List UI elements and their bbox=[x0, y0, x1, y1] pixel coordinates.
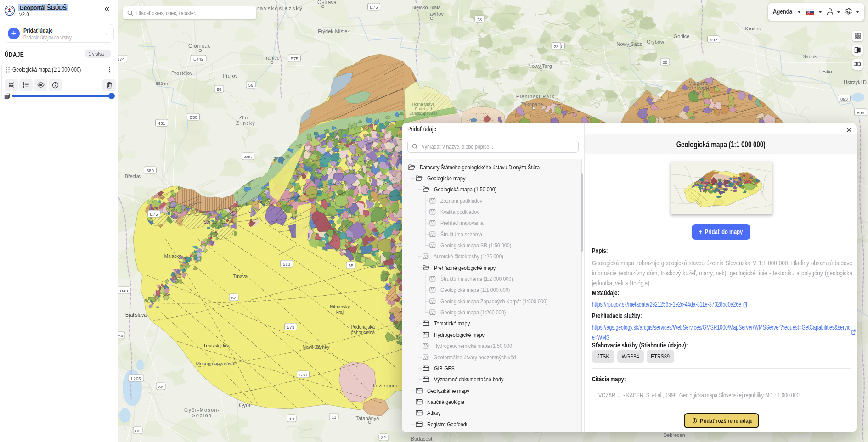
svg-text:kraj: kraj bbox=[336, 310, 344, 315]
svg-text:Horná Orava: Horná Orava bbox=[412, 102, 435, 106]
svg-text:Ustrzyki D: Ustrzyki D bbox=[844, 79, 867, 85]
svg-text:Esztergom: Esztergom bbox=[373, 383, 397, 388]
svg-text:380: 380 bbox=[147, 168, 154, 173]
svg-text:513: 513 bbox=[283, 262, 290, 267]
svg-text:B49: B49 bbox=[120, 288, 128, 293]
svg-text:Trnava: Trnava bbox=[233, 274, 248, 279]
svg-text:28: 28 bbox=[477, 17, 482, 22]
svg-text:573: 573 bbox=[299, 372, 307, 377]
svg-text:L205: L205 bbox=[131, 376, 141, 381]
svg-text:Podunajská: Podunajská bbox=[351, 325, 375, 330]
svg-text:65: 65 bbox=[349, 263, 354, 268]
svg-text:Nowy Targ: Nowy Targ bbox=[528, 63, 552, 69]
svg-text:Budapest: Budapest bbox=[411, 436, 432, 442]
svg-text:896: 896 bbox=[857, 110, 864, 115]
svg-text:Győr-Moson-: Győr-Moson- bbox=[184, 407, 220, 413]
svg-text:55: 55 bbox=[217, 87, 222, 92]
svg-text:Prostějov: Prostějov bbox=[171, 70, 192, 76]
svg-text:85: 85 bbox=[135, 428, 141, 433]
svg-text:Bielsko-Biala: Bielsko-Biala bbox=[411, 5, 441, 10]
svg-text:E50: E50 bbox=[190, 115, 197, 120]
svg-text:Trnavský kraj: Trnavský kraj bbox=[203, 343, 230, 348]
svg-text:Landscape Area: Landscape Area bbox=[409, 111, 438, 116]
svg-text:Hranice: Hranice bbox=[262, 55, 280, 61]
svg-text:Sanok: Sanok bbox=[802, 54, 817, 59]
svg-text:Nové Zámky: Nové Zámky bbox=[303, 344, 330, 350]
svg-text:National: National bbox=[688, 86, 710, 91]
svg-text:62: 62 bbox=[231, 295, 237, 300]
svg-text:Mosonmagyaróvár: Mosonmagyaróvár bbox=[196, 361, 236, 366]
svg-text:Zlínský: Zlínský bbox=[236, 121, 255, 126]
svg-text:Nitriansky: Nitriansky bbox=[330, 304, 350, 309]
svg-text:495: 495 bbox=[244, 154, 252, 159]
svg-text:Krosno: Krosno bbox=[745, 26, 761, 31]
svg-text:Ostrava: Ostrava bbox=[317, 0, 337, 6]
svg-text:Tatabánya: Tatabánya bbox=[356, 415, 380, 421]
svg-text:E75: E75 bbox=[370, 5, 378, 10]
svg-text:Olomouc: Olomouc bbox=[188, 43, 210, 49]
svg-text:Malacky: Malacky bbox=[164, 254, 181, 259]
svg-text:Zakopane: Zakopane bbox=[521, 101, 543, 107]
svg-text:573: 573 bbox=[287, 325, 294, 330]
svg-text:Zlín: Zlín bbox=[239, 115, 248, 120]
svg-text:86: 86 bbox=[158, 384, 163, 389]
svg-text:Bratislava: Bratislava bbox=[125, 312, 147, 318]
svg-text:28: 28 bbox=[663, 60, 668, 65]
svg-text:E75: E75 bbox=[291, 56, 299, 61]
svg-text:Nowy Sacz: Nowy Sacz bbox=[616, 41, 642, 47]
svg-text:Magura: Magura bbox=[689, 81, 709, 86]
svg-text:Gorlice: Gorlice bbox=[674, 34, 690, 39]
svg-text:893: 893 bbox=[840, 96, 848, 101]
svg-text:56: 56 bbox=[248, 83, 254, 88]
svg-text:Győr: Győr bbox=[239, 402, 251, 408]
svg-text:431: 431 bbox=[158, 121, 165, 126]
svg-text:Frýdek-Místek: Frýdek-Místek bbox=[318, 28, 350, 34]
svg-text:Senica: Senica bbox=[203, 219, 218, 224]
svg-text:28: 28 bbox=[554, 44, 559, 49]
svg-text:Protected: Protected bbox=[415, 106, 432, 111]
svg-text:862 m: 862 m bbox=[156, 81, 168, 86]
svg-text:Přerov: Přerov bbox=[223, 73, 238, 78]
svg-text:13: 13 bbox=[289, 416, 294, 421]
svg-text:Lesko: Lesko bbox=[818, 69, 832, 74]
svg-text:82: 82 bbox=[381, 435, 386, 440]
svg-text:Park: Park bbox=[693, 91, 705, 96]
svg-text:992: 992 bbox=[710, 37, 717, 42]
svg-text:Grybów: Grybów bbox=[647, 39, 664, 45]
svg-text:E442: E442 bbox=[193, 56, 203, 62]
svg-text:E75: E75 bbox=[150, 212, 158, 217]
svg-text:Sopron: Sopron bbox=[192, 413, 212, 418]
svg-text:13: 13 bbox=[332, 414, 337, 420]
svg-text:Břeclav: Břeclav bbox=[125, 173, 142, 179]
svg-text:Pieniński Park: Pieniński Park bbox=[516, 94, 555, 99]
svg-text:Havířov: Havířov bbox=[426, 11, 444, 17]
svg-text:pahorkatina: pahorkatina bbox=[351, 330, 375, 335]
svg-text:Debrecen: Debrecen bbox=[663, 432, 685, 438]
